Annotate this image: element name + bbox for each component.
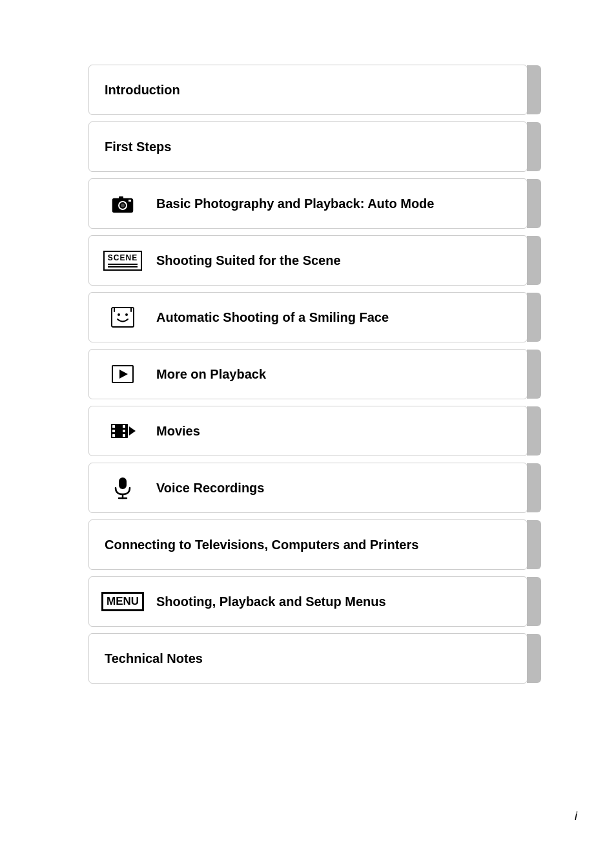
toc-row-smiling-face[interactable]: Automatic Shooting of a Smiling Face (88, 292, 528, 342)
smiling-face-label: Automatic Shooting of a Smiling Face (156, 309, 389, 326)
svg-rect-19 (123, 430, 125, 432)
scene-icon: SCENE (105, 251, 141, 271)
tab-stub-introduction (527, 65, 541, 114)
toc-row-connecting[interactable]: Connecting to Televisions, Computers and… (88, 519, 528, 570)
toc-row-introduction[interactable]: Introduction (88, 65, 528, 115)
toc-row-basic-photography[interactable]: Basic Photography and Playback: Auto Mod… (88, 178, 528, 229)
svg-rect-6 (128, 200, 131, 202)
svg-point-8 (118, 313, 120, 316)
toc-row-movies[interactable]: Movies (88, 406, 528, 456)
tab-stub-first-steps (527, 122, 541, 171)
tab-stub-shooting-scene (527, 236, 541, 285)
introduction-label: Introduction (105, 81, 180, 98)
movies-label: Movies (156, 423, 200, 439)
connecting-label: Connecting to Televisions, Computers and… (105, 536, 418, 553)
tab-stub-voice-recordings (527, 463, 541, 512)
first-steps-label: First Steps (105, 138, 171, 155)
svg-rect-14 (112, 434, 115, 437)
toc-row-voice-recordings[interactable]: Voice Recordings (88, 463, 528, 513)
svg-point-4 (121, 204, 125, 207)
more-playback-label: More on Playback (156, 366, 266, 383)
smile-icon (105, 306, 141, 328)
tab-stub-movies (527, 406, 541, 456)
tab-stub-connecting (527, 520, 541, 569)
svg-rect-13 (112, 425, 115, 428)
svg-rect-20 (119, 477, 127, 489)
tab-stub-basic-photography (527, 179, 541, 228)
svg-point-9 (125, 313, 128, 316)
tab-stub-technical-notes (527, 634, 541, 683)
svg-rect-16 (123, 434, 125, 437)
basic-photography-label: Basic Photography and Playback: Auto Mod… (156, 195, 434, 212)
shooting-scene-label: Shooting Suited for the Scene (156, 252, 341, 269)
svg-marker-11 (119, 370, 128, 379)
tab-stub-smiling-face (527, 293, 541, 342)
play-icon (105, 364, 141, 384)
page-number: i (575, 810, 577, 823)
page-container: Introduction First Steps Basic Ph (0, 0, 616, 849)
movie-icon (105, 420, 141, 442)
technical-notes-label: Technical Notes (105, 650, 203, 667)
voice-recordings-label: Voice Recordings (156, 479, 264, 496)
toc-container: Introduction First Steps Basic Ph (88, 65, 528, 690)
menus-label: Shooting, Playback and Setup Menus (156, 593, 386, 610)
tab-stub-more-playback (527, 350, 541, 399)
toc-row-first-steps[interactable]: First Steps (88, 121, 528, 172)
toc-row-shooting-scene[interactable]: SCENE Shooting Suited for the Scene (88, 235, 528, 286)
menu-icon: MENU (105, 592, 141, 612)
mic-icon (105, 476, 141, 499)
svg-rect-15 (123, 425, 125, 428)
tab-stub-menus (527, 577, 541, 626)
toc-row-more-playback[interactable]: More on Playback (88, 349, 528, 399)
camera-icon (105, 194, 141, 213)
svg-rect-18 (112, 430, 115, 432)
svg-marker-17 (129, 426, 136, 435)
svg-rect-5 (119, 196, 123, 200)
toc-row-menus[interactable]: MENU Shooting, Playback and Setup Menus (88, 576, 528, 627)
svg-rect-7 (112, 308, 134, 327)
toc-row-technical-notes[interactable]: Technical Notes (88, 633, 528, 684)
